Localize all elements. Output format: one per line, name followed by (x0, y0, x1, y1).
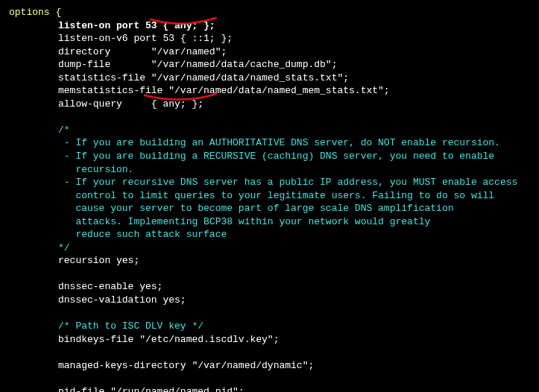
cfg-memstats: memstatistics-file "/var/named/data/name… (9, 84, 530, 98)
cfg-directory: directory "/var/named"; (9, 45, 530, 59)
cfg-statistics: statistics-file "/var/named/data/named_s… (9, 72, 530, 85)
cfg-listen-on-v6: listen-on-v6 port 53 { ::1; }; (9, 32, 530, 45)
comment-l8: reduce such attack surface (9, 228, 530, 241)
cfg-dump-file: dump-file "/var/named/data/cache_dump.db… (9, 58, 530, 72)
cfg-pid-file: pid-file "/run/named/named.pid"; (9, 385, 530, 392)
cfg-managed-keys: managed-keys-directory "/var/named/dynam… (9, 359, 530, 373)
comment-l7: attacks. Implementing BCP38 within your … (9, 215, 530, 229)
cfg-bindkeys: bindkeys-file "/etc/named.iscdlv.key"; (9, 333, 530, 347)
cfg-dnssec-enable: dnssec-enable yes; (9, 280, 530, 294)
comment-dlv: /* Path to ISC DLV key */ (9, 320, 530, 333)
comment-l2: - If you are building a RECURSIVE (cachi… (9, 150, 530, 163)
keyword-options: options { (9, 7, 61, 18)
comment-l3: recursion. (9, 163, 530, 177)
cfg-listen-on-c: }; (198, 20, 215, 31)
cfg-listen-on-any: any; (174, 20, 198, 31)
cfg-allow-query: allow-query { any; }; (9, 98, 530, 111)
comment-open: /* (9, 124, 530, 137)
comment-l4: - If your recursive DNS server has a pub… (9, 176, 530, 189)
comment-close: */ (9, 241, 530, 255)
comment-l5: control to limit queries to your legitim… (9, 189, 530, 203)
cfg-dnssec-validation: dnssec-validation yes; (9, 294, 530, 307)
comment-l6: cause your server to become part of larg… (9, 202, 530, 215)
cfg-recursion: recursion yes; (9, 254, 530, 268)
cfg-listen-on-a: listen-on port 53 { (58, 20, 174, 31)
comment-l1: - If you are building an AUTHORITATIVE D… (9, 136, 530, 150)
